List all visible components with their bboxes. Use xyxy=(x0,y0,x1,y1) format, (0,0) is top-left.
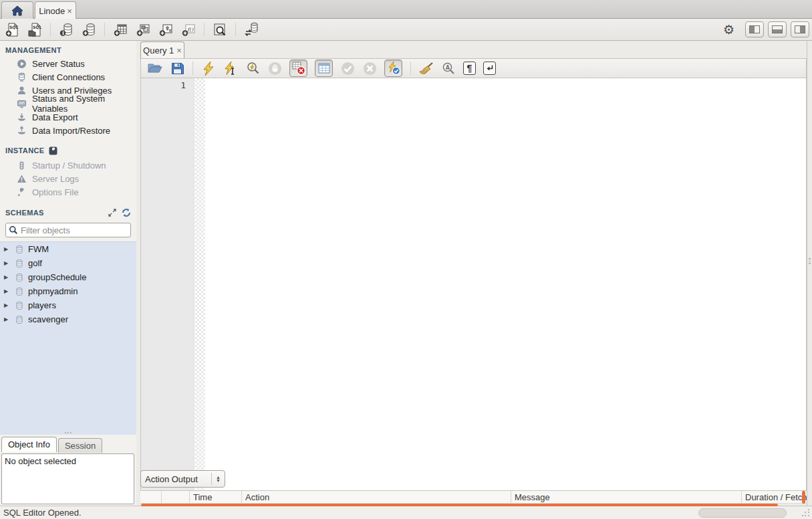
sidebar-item-server-status[interactable]: Server Status xyxy=(0,57,136,70)
connection-tab-linode[interactable]: Linode × xyxy=(35,1,76,19)
sidebar-item-status-system-variables[interactable]: Status and System Variables xyxy=(0,97,136,110)
line-number: 1 xyxy=(180,80,186,90)
create-view-icon[interactable] xyxy=(135,21,151,37)
save-script-icon[interactable] xyxy=(170,61,184,76)
instance-section-header: INSTANCE xyxy=(0,137,136,159)
output-col-index xyxy=(162,491,190,503)
toggle-left-sidebar-button[interactable] xyxy=(745,21,764,37)
svg-text:f(): f() xyxy=(187,26,194,32)
tab-session[interactable]: Session xyxy=(58,438,102,453)
output-col-status xyxy=(140,491,162,503)
rollback-icon[interactable] xyxy=(362,61,377,76)
search-table-data-icon[interactable] xyxy=(212,21,228,37)
object-info-panel: Object Info Session No object selected xyxy=(0,435,136,506)
monitor-icon xyxy=(16,98,27,109)
show-invisibles-icon[interactable]: ¶ xyxy=(463,62,476,75)
toolbar-separator xyxy=(192,62,193,75)
close-tab-icon[interactable]: × xyxy=(67,6,72,16)
reconnect-dbms-icon[interactable] xyxy=(243,21,259,37)
expander-icon[interactable]: ▶ xyxy=(4,274,11,280)
home-icon xyxy=(11,5,24,17)
schema-row-scavenger[interactable]: ▶ scavenger xyxy=(0,312,136,326)
limit-rows-button[interactable] xyxy=(315,60,333,77)
toggle-stop-on-error-button[interactable] xyxy=(289,60,307,77)
expander-icon[interactable]: ▶ xyxy=(4,316,11,322)
beautify-script-icon[interactable] xyxy=(419,61,434,76)
explain-query-icon[interactable] xyxy=(245,61,260,76)
create-procedure-icon[interactable] xyxy=(158,21,174,37)
editor-text-area[interactable] xyxy=(205,78,806,501)
sidebar-bottom-splitter[interactable] xyxy=(0,430,136,435)
sidebar-item-startup-shutdown[interactable]: Startup / Shutdown xyxy=(0,159,136,172)
toolbar-separator xyxy=(410,62,411,75)
sql-code-editor[interactable]: 1 xyxy=(140,78,807,502)
schema-name: scavenger xyxy=(28,314,68,324)
schema-list: ▶ FWM ▶ golf ▶ groupSchedule ▶ phpmyadmi… xyxy=(0,241,136,437)
warning-triangle-icon xyxy=(16,173,27,184)
open-sql-script-icon[interactable]: SQL xyxy=(27,21,43,37)
output-select-value: Action Output xyxy=(145,474,198,484)
execute-query-icon[interactable] xyxy=(201,61,216,76)
sidebar-item-label: Client Connections xyxy=(32,72,105,82)
execute-current-statement-icon[interactable] xyxy=(223,61,238,76)
expander-icon[interactable]: ▶ xyxy=(4,288,11,294)
refresh-schemas-icon[interactable] xyxy=(122,208,131,217)
sql-editor-toolbar: A ¶ xyxy=(140,58,807,78)
sidebar-item-server-logs[interactable]: Server Logs xyxy=(0,172,136,185)
progress-pill xyxy=(698,508,787,518)
sidebar-item-label: Data Import/Restore xyxy=(32,126,110,136)
toggle-right-sidebar-button[interactable] xyxy=(791,21,809,37)
create-schema-icon[interactable] xyxy=(81,21,97,37)
commit-icon[interactable] xyxy=(340,61,355,76)
tab-object-info[interactable]: Object Info xyxy=(1,437,57,452)
schema-row-golf[interactable]: ▶ golf xyxy=(0,256,136,270)
schema-row-groupschedule[interactable]: ▶ groupSchedule xyxy=(0,270,136,284)
sql-editor-area: Query 1 × xyxy=(140,40,807,506)
object-info-content: No object selected xyxy=(1,453,134,504)
right-panel-splitter[interactable] xyxy=(807,41,812,506)
sidebar-item-client-connections[interactable]: Client Connections xyxy=(0,70,136,84)
main-toolbar: SQL SQL i xyxy=(0,19,812,41)
new-sql-script-icon[interactable]: SQL xyxy=(4,21,20,37)
expander-icon[interactable]: ▶ xyxy=(4,302,11,308)
import-icon xyxy=(16,125,27,136)
management-title: MANAGEMENT xyxy=(5,46,61,54)
sidebar-item-label: Options File xyxy=(32,187,78,197)
output-horizontal-scrollbar[interactable] xyxy=(141,504,778,506)
stop-query-icon[interactable] xyxy=(267,61,282,76)
schema-inspector-icon[interactable]: i xyxy=(58,21,74,37)
sidebar-item-options-file[interactable]: Options File xyxy=(0,185,136,199)
toggle-autocommit-button[interactable] xyxy=(384,60,402,77)
expand-schemas-icon[interactable] xyxy=(108,209,116,217)
toggle-bottom-panel-button[interactable] xyxy=(768,21,787,37)
sidebar-item-data-import[interactable]: Data Import/Restore xyxy=(0,124,136,137)
schema-row-fwm[interactable]: ▶ FWM xyxy=(0,242,136,256)
schemas-section-header: SCHEMAS xyxy=(0,199,136,220)
wrap-text-icon[interactable] xyxy=(483,62,496,75)
expander-icon[interactable]: ▶ xyxy=(4,246,11,252)
preferences-gear-icon[interactable]: ⚙ xyxy=(723,23,734,36)
find-panel-icon[interactable]: A xyxy=(441,61,456,76)
schema-row-players[interactable]: ▶ players xyxy=(0,298,136,312)
schema-name: players xyxy=(28,300,56,310)
schema-filter-input[interactable] xyxy=(21,225,138,235)
connection-tab-label: Linode xyxy=(39,6,65,16)
output-col-duration: Duration / Fetch xyxy=(742,491,807,503)
schema-icon xyxy=(14,314,25,325)
sidebar-item-label: Data Export xyxy=(32,112,78,122)
output-type-select[interactable]: Action Output ▲ ▼ xyxy=(140,470,225,488)
close-query-tab-icon[interactable]: × xyxy=(176,45,182,56)
schema-row-phpmyadmin[interactable]: ▶ phpmyadmin xyxy=(0,284,136,298)
tab-query-1[interactable]: Query 1 × xyxy=(140,41,184,58)
resize-grip-icon[interactable] xyxy=(802,509,810,517)
home-tab[interactable] xyxy=(1,1,33,19)
schema-icon xyxy=(14,244,25,255)
select-spinner-icon: ▲ ▼ xyxy=(211,473,221,485)
output-vertical-scrollbar[interactable] xyxy=(802,491,805,504)
open-script-icon[interactable] xyxy=(148,61,162,76)
query-tab-row: Query 1 × xyxy=(140,40,807,58)
action-output-header-row: Time Action Message Duration / Fetch xyxy=(140,490,807,504)
create-function-icon[interactable]: f() xyxy=(180,21,196,37)
create-table-icon[interactable] xyxy=(112,21,128,37)
expander-icon[interactable]: ▶ xyxy=(4,260,11,266)
